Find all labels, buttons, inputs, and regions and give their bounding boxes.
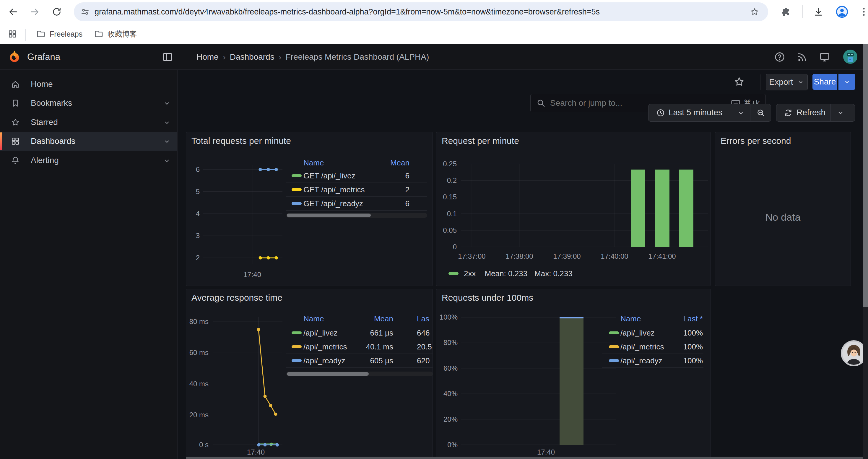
legend-pill xyxy=(609,331,619,334)
legend-inline[interactable]: 2xx Mean: 0.233 Max: 0.233 xyxy=(448,269,572,278)
folder-icon xyxy=(94,29,103,39)
legend-row[interactable]: /api/_metrics40.1 ms20.5 r xyxy=(286,340,433,354)
legend-row[interactable]: /api/_livez661 µs646 xyxy=(286,326,433,340)
legend-scrollbar-thumb[interactable] xyxy=(287,372,369,376)
refresh-button[interactable]: Refresh xyxy=(776,104,855,122)
svg-text:17:40: 17:40 xyxy=(243,270,261,278)
panel-request-per-minute[interactable]: Request per minute 0.250.20.150.10.05017… xyxy=(436,132,711,286)
browser-menu-icon[interactable] xyxy=(859,6,868,17)
monitor-icon[interactable] xyxy=(819,52,830,63)
svg-text:40%: 40% xyxy=(443,390,458,398)
legend-column-mean[interactable]: Mean xyxy=(390,158,409,167)
panel-errors-per-second[interactable]: Errors per second No data xyxy=(715,132,851,286)
svg-text:0.25: 0.25 xyxy=(443,160,457,168)
legend-scrollbar-track[interactable] xyxy=(286,213,427,218)
legend-column-name[interactable]: Name xyxy=(620,314,641,323)
chevron-down-icon[interactable] xyxy=(163,100,171,107)
breadcrumb-dashboards[interactable]: Dashboards xyxy=(230,52,275,62)
chevron-down-icon[interactable] xyxy=(163,157,171,165)
chevron-down-icon xyxy=(843,78,850,85)
legend-scrollbar-thumb[interactable] xyxy=(287,214,371,217)
legend-column-name[interactable]: Name xyxy=(303,314,324,323)
user-avatar[interactable] xyxy=(843,50,857,64)
sidebar-item-starred[interactable]: Starred xyxy=(0,113,177,132)
svg-text:17:41:00: 17:41:00 xyxy=(648,252,676,260)
download-icon[interactable] xyxy=(813,6,824,17)
panel-title[interactable]: Errors per second xyxy=(720,136,791,146)
site-info-icon[interactable] xyxy=(80,7,90,17)
legend-cell: 40.1 ms xyxy=(366,342,394,351)
sidebar-item-home[interactable]: Home xyxy=(0,75,177,94)
chevron-down-icon[interactable] xyxy=(163,138,171,145)
legend-row[interactable]: /api/_readyz605 µs620 xyxy=(286,354,433,368)
apps-grid-icon[interactable] xyxy=(8,29,17,39)
legend-column-name[interactable]: Name xyxy=(303,158,324,167)
bookmark-folder-blogs[interactable]: 收藏博客 xyxy=(94,24,137,44)
time-range-picker[interactable]: Last 5 minutes xyxy=(648,104,771,122)
bookmark-folder-freeleaps[interactable]: Freeleaps xyxy=(36,24,83,44)
chevron-down-icon[interactable] xyxy=(163,119,171,126)
svg-text:0.1: 0.1 xyxy=(447,210,457,218)
legend-cell: /api/_readyz xyxy=(620,356,662,365)
vertical-scrollbar-thumb[interactable] xyxy=(863,44,868,307)
breadcrumb-separator: › xyxy=(219,52,230,62)
breadcrumb-separator: › xyxy=(275,52,286,62)
reload-icon[interactable] xyxy=(52,6,62,17)
bookmarks-divider xyxy=(25,29,26,41)
legend-pill xyxy=(291,359,302,362)
url-text[interactable]: grafana.mathmast.com/d/deytv4rwavabkb/fr… xyxy=(95,2,600,21)
legend-column-last[interactable]: Last * xyxy=(683,314,703,323)
legend-row[interactable]: /api/_livez100% xyxy=(602,326,704,340)
url-bar[interactable]: grafana.mathmast.com/d/deytv4rwavabkb/fr… xyxy=(74,2,768,21)
share-button[interactable]: Share xyxy=(812,74,837,90)
favorite-dashboard-star-icon[interactable] xyxy=(733,76,745,88)
panel-average-response-time[interactable]: Average response time 80 ms60 ms40 ms20 … xyxy=(186,289,433,459)
sidebar-item-bookmarks[interactable]: Bookmarks xyxy=(0,94,177,112)
breadcrumb-home[interactable]: Home xyxy=(196,52,219,62)
panel-total-requests-per-minute[interactable]: Total requests per minute 6543217:40 Nam… xyxy=(186,132,433,286)
sidebar-item-dashboards[interactable]: Dashboards xyxy=(0,132,177,151)
screen: grafana.mathmast.com/d/deytv4rwavabkb/fr… xyxy=(0,0,868,459)
svg-text:0.05: 0.05 xyxy=(443,226,457,234)
collapse-sidebar-icon[interactable] xyxy=(162,52,173,63)
grafana-logo[interactable] xyxy=(7,50,21,64)
bookmark-star-icon[interactable] xyxy=(750,7,759,17)
legend-cell: GET /api/_readyz xyxy=(303,199,363,208)
folder-icon xyxy=(36,29,45,39)
back-icon[interactable] xyxy=(8,6,18,17)
legend-mean: Mean: 0.233 xyxy=(485,269,527,278)
legend-series-name[interactable]: 2xx xyxy=(464,269,476,278)
legend-column-mean[interactable]: Mean xyxy=(374,314,393,323)
breadcrumb: Home › Dashboards › Freeleaps Metrics Da… xyxy=(196,44,429,69)
browser-profile-icon[interactable] xyxy=(836,5,848,18)
legend-row[interactable]: GET /api/_metrics2 xyxy=(286,183,427,197)
legend-row[interactable]: GET /api/_livez6 xyxy=(286,169,427,183)
sidebar-item-alerting[interactable]: Alerting xyxy=(0,151,177,170)
legend-pill xyxy=(291,174,302,177)
zoom-out-icon[interactable] xyxy=(756,108,766,118)
search-input[interactable] xyxy=(550,94,663,112)
panel-requests-under-100ms[interactable]: Requests under 100ms 100%80%60%40%20%0%1… xyxy=(436,289,711,459)
chevron-down-icon xyxy=(797,78,804,86)
bell-icon xyxy=(11,156,20,165)
legend-scrollbar-track[interactable] xyxy=(286,371,433,376)
horizontal-scrollbar-thumb[interactable] xyxy=(186,457,863,459)
bookmark-folder-label: 收藏博客 xyxy=(107,29,137,39)
export-button[interactable]: Export xyxy=(766,74,808,90)
svg-text:80 ms: 80 ms xyxy=(189,318,209,326)
legend-pill xyxy=(291,345,302,348)
legend-row[interactable]: /api/_readyz100% xyxy=(602,354,704,368)
legend-row[interactable]: /api/_metrics100% xyxy=(602,340,704,354)
extensions-icon[interactable] xyxy=(780,6,791,17)
share-menu-button[interactable] xyxy=(838,74,855,90)
legend-pill xyxy=(291,188,302,191)
legend-cell: 6 xyxy=(405,199,409,208)
news-rss-icon[interactable] xyxy=(797,52,808,63)
help-icon[interactable] xyxy=(774,52,785,63)
legend-row[interactable]: GET /api/_readyz6 xyxy=(286,196,427,210)
legend-cell: GET /api/_livez xyxy=(303,171,355,180)
legend-column-las[interactable]: Las xyxy=(417,314,429,323)
chevron-down-icon[interactable] xyxy=(837,109,844,117)
floating-assistant-avatar[interactable] xyxy=(841,340,867,366)
forward-icon[interactable] xyxy=(30,6,40,17)
